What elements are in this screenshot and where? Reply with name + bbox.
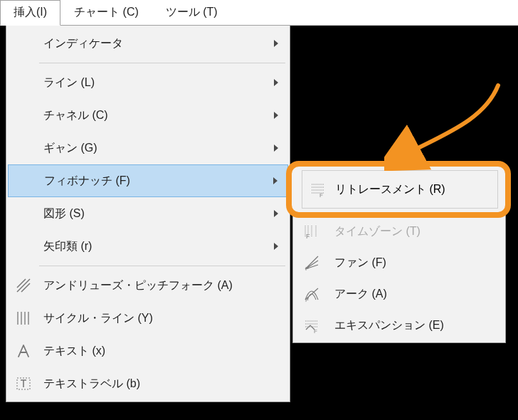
text-label-icon xyxy=(8,367,39,400)
menu-tools[interactable]: ツール (T) xyxy=(152,0,231,26)
menu-separator xyxy=(39,266,285,266)
text-icon xyxy=(8,335,39,367)
menu-separator xyxy=(39,63,285,63)
menu-textlabel[interactable]: テキストラベル (b) xyxy=(8,367,288,400)
svg-text:F: F xyxy=(314,328,317,334)
menu-gann[interactable]: ギャン (G) xyxy=(8,132,288,164)
svg-text:F: F xyxy=(306,233,310,240)
submenu-item-label: タイムゾーン (T) xyxy=(334,224,421,239)
menu-item-label: アンドリューズ・ピッチフォーク (A) xyxy=(43,278,233,293)
menu-item-label: ライン (L) xyxy=(43,75,95,90)
submenu-item-label: ファン (F) xyxy=(334,256,386,271)
svg-text:F: F xyxy=(319,192,323,198)
menu-pitchfork[interactable]: アンドリューズ・ピッチフォーク (A) xyxy=(8,269,288,302)
submenu-arc[interactable]: F アーク (A) xyxy=(295,278,504,310)
fibo-arc-icon: F xyxy=(300,284,323,304)
submenu-arrow-icon xyxy=(274,40,278,47)
menu-arrows[interactable]: 矢印類 (r) xyxy=(8,230,288,263)
menu-cyclelines[interactable]: サイクル・ライン (Y) xyxy=(8,302,288,335)
menu-text[interactable]: テキスト (x) xyxy=(8,335,288,367)
submenu-arrow-icon xyxy=(274,210,278,217)
cycle-lines-icon xyxy=(8,302,39,335)
menu-item-label: テキストラベル (b) xyxy=(43,377,140,392)
menu-item-label: テキスト (x) xyxy=(43,344,105,359)
menu-item-label: インディケータ xyxy=(43,36,123,51)
menu-chart[interactable]: チャート (C) xyxy=(60,0,152,26)
submenu-retracement[interactable]: F リトレースメント (R) xyxy=(302,170,498,209)
svg-text:F: F xyxy=(305,297,309,303)
insert-dropdown: インディケータ ライン (L) チャネル (C) ギャン (G) フィボナッチ … xyxy=(6,25,290,402)
menu-indicators[interactable]: インディケータ xyxy=(8,27,288,60)
pitchfork-icon xyxy=(8,269,39,302)
empty-icon xyxy=(8,27,39,60)
menu-insert[interactable]: 挿入(I) xyxy=(0,0,60,26)
menu-item-label: チャネル (C) xyxy=(43,108,108,123)
submenu-arrow-icon xyxy=(274,145,278,152)
menubar: 挿入(I) チャート (C) ツール (T) xyxy=(0,0,518,26)
fibo-retracement-icon: F xyxy=(307,181,329,198)
submenu-arrow-icon xyxy=(274,112,278,119)
submenu-timezones[interactable]: F タイムゾーン (T) xyxy=(295,216,504,247)
fibo-timezones-icon: F xyxy=(300,221,323,241)
menu-shapes[interactable]: 図形 (S) xyxy=(8,197,288,230)
menu-fibonacci[interactable]: フィボナッチ (F) xyxy=(8,164,288,197)
submenu-item-label: リトレースメント (R) xyxy=(335,182,445,197)
fibo-expansion-icon: F xyxy=(300,315,323,335)
submenu-arrow-icon xyxy=(273,177,278,184)
fibo-fan-icon: F xyxy=(300,253,323,273)
submenu-fan[interactable]: F ファン (F) xyxy=(295,247,504,278)
submenu-arrow-icon xyxy=(274,79,278,86)
menu-item-label: フィボナッチ (F) xyxy=(44,174,130,189)
menu-item-label: 図形 (S) xyxy=(43,206,85,221)
menu-item-label: サイクル・ライン (Y) xyxy=(43,311,153,326)
menu-line[interactable]: ライン (L) xyxy=(8,66,288,99)
svg-text:F: F xyxy=(305,266,309,271)
submenu-expansion[interactable]: F エキスパンション (E) xyxy=(295,310,504,341)
submenu-item-label: エキスパンション (E) xyxy=(334,318,444,333)
menu-item-label: ギャン (G) xyxy=(43,141,97,156)
menu-channel[interactable]: チャネル (C) xyxy=(8,99,288,132)
submenu-item-label: アーク (A) xyxy=(334,287,387,302)
menu-item-label: 矢印類 (r) xyxy=(43,239,92,254)
fibonacci-submenu: F タイムゾーン (T) F ファン (F) F アーク (A) F エキスパン… xyxy=(292,214,506,343)
callout-arrow-icon xyxy=(384,78,505,164)
submenu-arrow-icon xyxy=(274,243,278,250)
